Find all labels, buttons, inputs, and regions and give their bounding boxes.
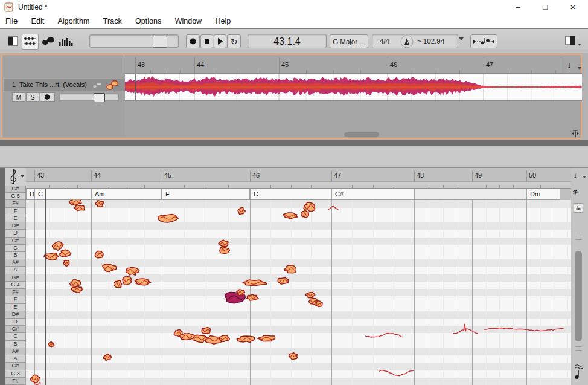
pitch-label[interactable]: C	[5, 333, 26, 340]
mute-button[interactable]: M	[12, 92, 25, 102]
chord-cell[interactable]: C	[34, 189, 91, 199]
track-timeline-ruler[interactable]: 4344454647	[125, 57, 581, 74]
pitch-label[interactable]: F	[5, 296, 26, 303]
pitch-ruler[interactable]: G#G 5F#FED#DC#CBA#AG#G 4F#FED#DC#CBA#AG#…	[5, 186, 26, 385]
track-note-value-icon[interactable]: ♩	[567, 60, 577, 70]
pitch-label[interactable]: B	[5, 341, 26, 348]
pitch-label[interactable]: D#	[5, 311, 26, 319]
stop-button[interactable]	[200, 34, 213, 48]
note-blob[interactable]	[243, 280, 267, 286]
pitch-label[interactable]: F#	[5, 289, 26, 296]
pitch-label[interactable]: F	[5, 208, 26, 215]
note-blob[interactable]	[220, 247, 229, 253]
editor-note-value-icon[interactable]: ♩	[574, 170, 582, 180]
note-blob[interactable]	[48, 341, 54, 346]
note-blob[interactable]	[301, 210, 308, 218]
waveform-strip[interactable]	[125, 73, 582, 101]
editor-timeline-ruler[interactable]: 4344454647484950	[26, 170, 571, 181]
menu-help[interactable]: Help	[216, 17, 231, 25]
track-name-row[interactable]: 1_Take This ...rt_(Vocals)	[4, 79, 125, 91]
note-blob[interactable]	[126, 267, 139, 276]
pitch-label[interactable]: D#	[5, 222, 26, 230]
menu-algorithm[interactable]: Algorithm	[58, 17, 90, 25]
note-blob[interactable]	[31, 375, 40, 383]
track-hscrollbar-thumb[interactable]	[344, 132, 379, 137]
note-blob[interactable]	[95, 251, 103, 258]
chord-cell-empty[interactable]	[414, 189, 526, 199]
note-pitch-line[interactable]	[328, 207, 339, 210]
note-blob[interactable]	[95, 201, 104, 207]
chord-cell[interactable]: Dm	[526, 189, 560, 199]
track-note-value-dropdown-icon[interactable]	[578, 67, 581, 70]
clef-dropdown-icon[interactable]	[21, 175, 24, 178]
time-display[interactable]: 43.1.4	[248, 34, 327, 48]
note-blob[interactable]	[52, 242, 63, 250]
pitch-label[interactable]: G#	[5, 363, 26, 370]
scale-snap-icon[interactable]: ≋	[574, 203, 583, 213]
key-button[interactable]: G Major ...	[330, 34, 368, 48]
note-blob[interactable]	[71, 286, 83, 293]
pitch-label[interactable]: A#	[5, 259, 26, 267]
editor-note-value-dropdown-icon[interactable]	[583, 176, 586, 178]
note-blob[interactable]	[258, 335, 275, 341]
record-button[interactable]	[186, 34, 200, 48]
menu-window[interactable]: Window	[175, 17, 202, 25]
note-blob[interactable]	[278, 277, 289, 284]
note-assignment-button[interactable]	[470, 34, 497, 48]
note-blob[interactable]	[60, 250, 71, 257]
amplitude-view-icon[interactable]	[58, 36, 74, 47]
solo-button[interactable]: S	[26, 92, 39, 102]
note-blob[interactable]	[135, 279, 151, 285]
pitch-label[interactable]: D	[5, 230, 26, 237]
zoom-slider[interactable]	[89, 34, 179, 48]
autoscroll-icon[interactable]	[570, 129, 580, 138]
pitch-label[interactable]: G 5	[5, 193, 26, 200]
chord-cell[interactable]: C#	[331, 189, 414, 199]
menu-edit[interactable]: Edit	[31, 17, 45, 25]
note-pitch-line[interactable]	[365, 334, 403, 338]
play-button[interactable]	[214, 34, 226, 48]
chord-cell[interactable]: Am	[91, 189, 162, 199]
panel-layout-dropdown-icon[interactable]	[578, 44, 581, 46]
zoom-slider-handle[interactable]	[153, 36, 167, 48]
note-pitch-line[interactable]	[379, 370, 414, 376]
note-blob[interactable]	[180, 334, 194, 340]
note-blob[interactable]	[158, 215, 179, 223]
pitch-label[interactable]: G 4	[5, 282, 26, 289]
track-volume-handle[interactable]	[94, 93, 105, 102]
note-pitch-line[interactable]	[484, 328, 564, 331]
clef-box[interactable]	[5, 168, 26, 186]
note-blob[interactable]	[103, 264, 117, 272]
pitch-label[interactable]: F#	[5, 378, 26, 385]
key-signature-icon[interactable]: ♯♯	[573, 188, 576, 195]
menu-options[interactable]: Options	[135, 17, 161, 25]
time-signature[interactable]: 4/4	[380, 37, 389, 45]
note-blob[interactable]	[237, 290, 245, 296]
chord-cell[interactable]: F	[162, 189, 250, 199]
pitch-label[interactable]: G 3	[5, 370, 26, 378]
chord-track[interactable]: DCAmFCC#Dm	[26, 189, 560, 200]
window-split-icon[interactable]	[8, 36, 19, 47]
note-blob[interactable]	[305, 293, 315, 298]
note-blob[interactable]	[70, 280, 81, 287]
pitch-label[interactable]: E	[5, 215, 26, 222]
track-record-button[interactable]	[40, 92, 55, 102]
note-blob[interactable]	[246, 294, 258, 300]
close-button[interactable]: ×	[564, 1, 582, 13]
pitch-label[interactable]: A	[5, 355, 26, 363]
track-edited-indicator-icon[interactable]	[105, 80, 120, 91]
minimize-button[interactable]: –	[509, 1, 527, 13]
note-pitch-line[interactable]	[464, 324, 466, 331]
playback-cursor-mode-icon[interactable]	[573, 363, 585, 381]
menu-file[interactable]: File	[5, 17, 18, 25]
pitch-label[interactable]: C#	[5, 238, 26, 245]
chord-cell[interactable]: D	[26, 189, 34, 199]
pitch-label[interactable]: D	[5, 319, 26, 326]
pitch-label[interactable]: C	[5, 245, 26, 252]
pitch-label[interactable]: G#	[5, 186, 26, 193]
note-blob[interactable]	[202, 328, 211, 334]
note-blob[interactable]	[283, 213, 297, 219]
pitch-label[interactable]: A	[5, 267, 26, 274]
playhead[interactable]	[45, 189, 46, 385]
note-blob[interactable]	[104, 354, 112, 360]
